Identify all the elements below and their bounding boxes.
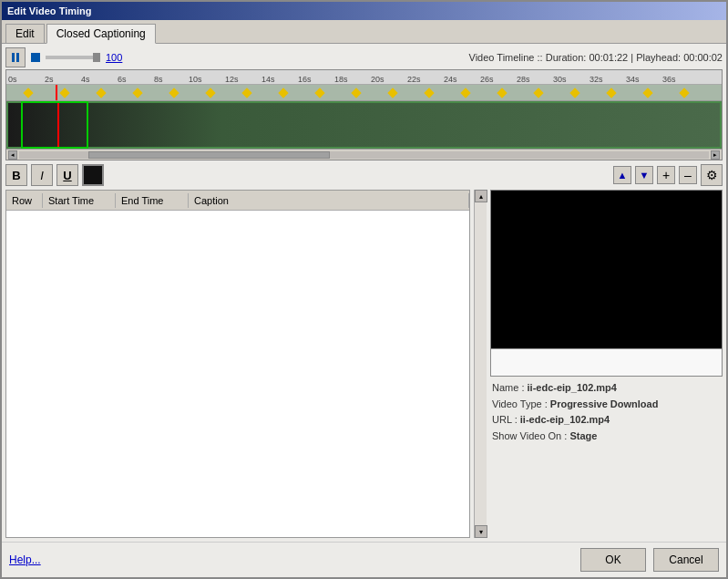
timeline-header: 100 Video Timeline :: Duration: 00:01:22… [5,47,723,67]
dialog-buttons: OK Cancel [580,548,719,572]
move-up-button[interactable]: ▲ [613,166,631,184]
meta-show-row: Show Video On : Stage [492,429,721,445]
playhead-video [57,103,59,147]
zoom-slider-container [46,56,100,59]
meta-type-row: Video Type : Progressive Download [492,397,721,413]
caption-marker [533,88,543,98]
caption-marker [642,88,652,98]
caption-table: Row Start Time End Time Caption [5,190,470,538]
help-link[interactable]: Help... [9,553,41,566]
meta-url-row: URL : ii-edc-eip_102.mp4 [492,412,721,429]
settings-button[interactable]: ⚙ [701,164,723,186]
bottom-bar: Help... OK Cancel [2,542,726,577]
scroll-thumb[interactable] [88,151,330,159]
caption-marker [205,88,215,98]
caption-marker [241,88,251,98]
caption-marker [278,88,288,98]
col-header-row: Row [6,193,43,208]
scroll-right-arrow[interactable]: ▸ [711,150,720,160]
zoom-slider[interactable] [46,56,100,59]
cancel-button[interactable]: Cancel [653,548,719,572]
table-scrollbar-v[interactable]: ▴ ▾ [474,190,487,538]
video-preview-panel: Name : ii-edc-eip_102.mp4 Video Type : P… [490,190,723,538]
title-bar: Edit Video Timing [2,2,726,20]
caption-marker [132,88,142,98]
pause-button[interactable] [5,47,26,67]
caption-track-row [6,85,722,101]
meta-name-row: Name : ii-edc-eip_102.mp4 [492,380,721,397]
timeline-scrollbar-h[interactable]: ◂ ▸ [6,149,722,160]
blue-indicator [31,53,40,62]
svg-rect-1 [16,53,19,62]
caption-preview-box [490,349,723,377]
caption-marker [606,88,616,98]
formatting-toolbar: B I U ▲ ▼ + – ⚙ [5,160,723,190]
video-preview-box [490,190,723,349]
window-title: Edit Video Timing [7,5,92,16]
scroll-up-arrow[interactable]: ▴ [475,190,487,202]
timeline-ruler: 0s 2s 4s 6s 8s 10s 12s 14s 16s 18s 20s 2… [6,70,722,85]
main-window: Edit Video Timing Edit Closed Captioning [0,0,728,579]
caption-marker [23,88,33,98]
col-header-end: End Time [116,193,189,208]
caption-marker [497,88,507,98]
caption-marker [59,88,69,98]
col-header-caption: Caption [189,193,469,208]
caption-marker [679,88,689,98]
caption-marker [96,88,106,98]
timeline-info: Video Timeline :: Duration: 00:01:22 | P… [469,52,723,63]
scroll-down-arrow[interactable]: ▾ [475,525,487,538]
tab-closed-captioning[interactable]: Closed Captioning [46,24,156,44]
table-body [6,211,469,537]
bold-button[interactable]: B [5,164,27,186]
caption-marker [314,88,324,98]
scroll-left-arrow[interactable]: ◂ [8,150,17,160]
remove-caption-button[interactable]: – [679,166,697,184]
caption-marker [169,88,179,98]
zoom-value[interactable]: 100 [106,52,122,63]
playhead-line [56,85,57,100]
col-header-start: Start Time [43,193,116,208]
main-body: Row Start Time End Time Caption [5,190,723,538]
table-header: Row Start Time End Time Caption [6,191,469,211]
move-down-button[interactable]: ▼ [635,166,653,184]
scroll-track[interactable] [19,151,709,159]
video-track [6,101,722,149]
timeline-container: 0s 2s 4s 6s 8s 10s 12s 14s 16s 18s 20s 2… [5,69,723,160]
add-caption-button[interactable]: + [657,166,675,184]
video-track-container [6,101,722,149]
tab-edit[interactable]: Edit [5,24,45,43]
caption-marker [387,88,397,98]
content-area: 100 Video Timeline :: Duration: 00:01:22… [2,44,726,542]
caption-marker [460,88,470,98]
underline-button[interactable]: U [56,164,78,186]
color-button[interactable] [82,164,104,186]
video-metadata: Name : ii-edc-eip_102.mp4 Video Type : P… [490,377,723,448]
v-scroll-track[interactable] [475,202,487,525]
caption-marker [424,88,434,98]
caption-marker [569,88,579,98]
ok-button[interactable]: OK [580,548,646,572]
svg-rect-0 [12,53,15,62]
italic-button[interactable]: I [31,164,53,186]
tab-bar: Edit Closed Captioning [2,20,726,44]
caption-marker [351,88,361,98]
